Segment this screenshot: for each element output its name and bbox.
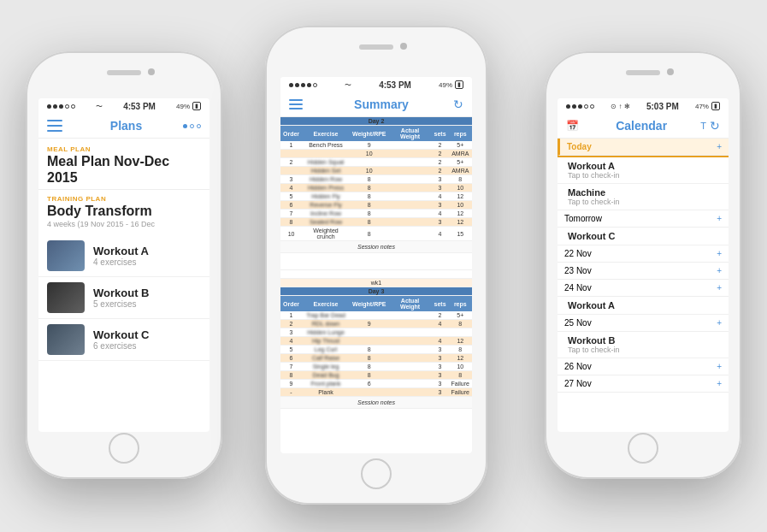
battery-text: 49% bbox=[176, 103, 190, 110]
cal-item-machine[interactable]: Machine Tap to check-in bbox=[558, 184, 729, 210]
col-actual2: Actual Weight bbox=[389, 296, 432, 312]
col-sets: sets bbox=[432, 126, 449, 142]
hamburger-icon[interactable] bbox=[47, 120, 62, 132]
calendar-view-icon[interactable]: T bbox=[700, 121, 706, 131]
d2r7-actual bbox=[389, 192, 432, 201]
d2r4-order bbox=[280, 167, 302, 175]
d2r6-reps: 10 bbox=[449, 184, 472, 192]
day3-header-row: Day 3 bbox=[280, 287, 472, 296]
d2-row11: 10 Weighted crunch 8 4 15 bbox=[280, 227, 472, 241]
d3-row4: 4 Hip Thrust 4 12 bbox=[280, 337, 472, 346]
d2-row3: 2 Hidden Squat 2 5+ bbox=[280, 158, 472, 167]
center-home[interactable] bbox=[361, 458, 392, 489]
d2r10-reps: 12 bbox=[449, 218, 472, 227]
cal-item-c-name: Workout C bbox=[568, 231, 722, 241]
d2r4-sets: 2 bbox=[432, 167, 449, 175]
right-refresh-icon[interactable]: ↻ bbox=[710, 119, 720, 133]
right-battery: 47% ▮ bbox=[695, 102, 720, 110]
training-plan-section: TRAINING PLAN Body Transform 4 weeks (19… bbox=[38, 190, 209, 231]
tomorrow-label: Tomorrow bbox=[564, 214, 602, 223]
d2r5-exercise: Hidden Row bbox=[302, 175, 350, 184]
calendar-icon[interactable]: 📅 bbox=[566, 120, 579, 132]
r-dot5 bbox=[590, 104, 594, 109]
left-nav: Plans bbox=[38, 114, 209, 139]
cal-item-workout-a-today[interactable]: Workout A Tap to check-in bbox=[558, 157, 729, 184]
d3-row9: 9 Front plank 6 3 Failure bbox=[280, 380, 472, 388]
d2r3-reps: 5+ bbox=[449, 158, 472, 167]
nov24-add-button[interactable]: + bbox=[717, 283, 722, 293]
cal-item-workout-a-24[interactable]: Workout A bbox=[558, 297, 729, 315]
status-time: 4:53 PM bbox=[123, 102, 156, 111]
center-nav-title: Summary bbox=[310, 98, 453, 111]
workout-image-c bbox=[47, 324, 85, 355]
cal-item-workout-b-25[interactable]: Workout B Tap to check-in bbox=[558, 332, 729, 358]
tomorrow-add-button[interactable]: + bbox=[717, 214, 722, 223]
d2r6-exercise: Hidden Press bbox=[302, 184, 350, 192]
right-camera bbox=[667, 68, 674, 75]
d2r11-actual bbox=[389, 227, 432, 241]
left-phone: 〜 4:53 PM 49% ▮ Plans MEAL PLAN Meal Pla… bbox=[26, 51, 222, 479]
home-button[interactable] bbox=[109, 433, 139, 464]
workout-item-c[interactable]: Workout C 6 exercises bbox=[38, 319, 209, 361]
d3r10-ex: Plank bbox=[302, 388, 350, 397]
cal-item-a24-name: Workout A bbox=[568, 300, 722, 310]
cal-item-workout-c[interactable]: Workout C bbox=[558, 228, 729, 245]
workout-image-a bbox=[47, 240, 85, 271]
d2-row1: 1 Bench Press 9 2 5+ bbox=[280, 141, 472, 150]
d2r1-reps: 5+ bbox=[449, 141, 472, 150]
training-name[interactable]: Body Transform bbox=[47, 203, 201, 219]
wk-row: wk1 bbox=[280, 279, 472, 287]
today-add-button[interactable]: + bbox=[717, 142, 722, 151]
workout-name-b: Workout B bbox=[93, 287, 201, 299]
center-nav: Summary ↻ bbox=[280, 92, 472, 117]
d2-row7: 5 Hidden Fly 8 4 12 bbox=[280, 192, 472, 201]
right-nav: 📅 Calendar T ↻ bbox=[558, 114, 729, 139]
col-order2: Order bbox=[280, 296, 302, 312]
nov26-add-button[interactable]: + bbox=[717, 362, 722, 371]
right-screen: ⊙ ↑ ✻ 5:03 PM 47% ▮ 📅 Calendar T ↻ Today… bbox=[558, 98, 729, 432]
workout-thumb-a bbox=[47, 240, 85, 271]
d2r9-sets: 4 bbox=[432, 210, 449, 218]
workout-count-a: 4 exercises bbox=[93, 257, 201, 267]
center-battery-icon: ▮ bbox=[455, 80, 463, 89]
center-phone: 〜 4:53 PM 49% ▮ Summary ↻ Day 2 Or bbox=[265, 26, 487, 505]
d2r8-reps: 10 bbox=[449, 201, 472, 210]
right-speaker bbox=[626, 70, 660, 75]
calendar-list[interactable]: Today + Workout A Tap to check-in Machin… bbox=[558, 139, 729, 428]
phone-speaker bbox=[107, 70, 141, 75]
nov22-add-button[interactable]: + bbox=[717, 249, 722, 258]
r-dot3 bbox=[578, 104, 582, 109]
workout-name-a: Workout A bbox=[93, 245, 201, 257]
d2r1-actual bbox=[389, 141, 432, 150]
d2r1-weight: 9 bbox=[350, 141, 389, 150]
d2r3-actual bbox=[389, 158, 432, 167]
workout-item-a[interactable]: Workout A 4 exercises bbox=[38, 235, 209, 277]
right-status-bar: ⊙ ↑ ✻ 5:03 PM 47% ▮ bbox=[558, 98, 729, 114]
meal-plan-name[interactable]: Meal Plan Nov-Dec 2015 bbox=[47, 153, 201, 186]
nov27-add-button[interactable]: + bbox=[717, 379, 722, 388]
summary-scroll[interactable]: Day 2 Order Exercise Weight/RPE Actual W… bbox=[280, 117, 472, 449]
cal-item-b25-name: Workout B bbox=[568, 335, 722, 346]
nov27-header: 27 Nov + bbox=[558, 375, 729, 393]
col-weight: Weight/RPE bbox=[350, 126, 389, 142]
d2r11-sets: 4 bbox=[432, 227, 449, 241]
right-home[interactable] bbox=[628, 433, 658, 464]
d2r6-order: 4 bbox=[280, 184, 302, 192]
col-exercise: Exercise bbox=[302, 126, 350, 142]
phone-camera bbox=[148, 68, 155, 75]
d3-row1: 1 Trap Bar Dead 2 5+ bbox=[280, 311, 472, 320]
nov22-label: 22 Nov bbox=[564, 249, 592, 258]
nov25-header: 25 Nov + bbox=[558, 315, 729, 332]
nov25-add-button[interactable]: + bbox=[717, 318, 722, 328]
workout-item-b[interactable]: Workout B 5 exercises bbox=[38, 277, 209, 319]
center-hamburger[interactable] bbox=[289, 99, 303, 109]
refresh-icon[interactable]: ↻ bbox=[453, 98, 463, 111]
d2-row8: 6 Reverse Fly 8 3 10 bbox=[280, 201, 472, 210]
d2r3-exercise: Hidden Squat bbox=[302, 158, 350, 167]
session-notes-2: Session notes bbox=[280, 397, 472, 409]
workout-count-c: 6 exercises bbox=[93, 341, 201, 351]
d2r1-sets: 2 bbox=[432, 141, 449, 150]
nov25-label: 25 Nov bbox=[564, 318, 592, 328]
nov23-add-button[interactable]: + bbox=[717, 266, 722, 275]
workout-thumb-c bbox=[47, 324, 85, 355]
